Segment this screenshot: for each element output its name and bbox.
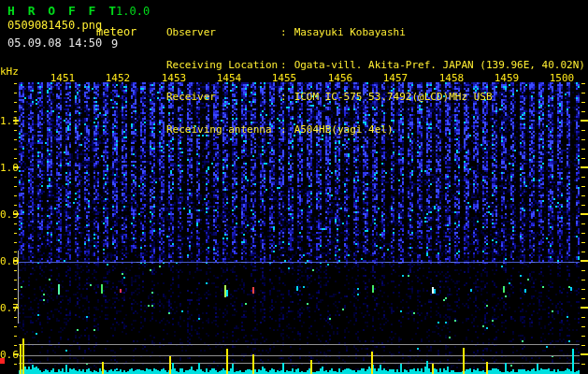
echo-count: 9	[111, 37, 118, 50]
station-row: Observer:Masayuki Kobayashi	[166, 27, 585, 38]
station-row: Receiving Location:Ogata-vill. Akita-Pre…	[166, 60, 585, 71]
x-tick-1451: 1451	[49, 72, 77, 84]
x-tick-1459: 1459	[493, 72, 521, 84]
y-tick-0.8: 0.8	[0, 255, 15, 267]
datetime-label: 05.09.08 14:50	[7, 36, 102, 50]
station-row: Receiver:ICOM IC-575 53.7492(@LCD)MHz US…	[166, 92, 585, 103]
station-row-value: ICOM IC-575 53.7492(@LCD)MHz USB	[294, 91, 493, 103]
x-tick-1458: 1458	[437, 72, 466, 84]
x-tick-1453: 1453	[160, 72, 188, 84]
station-row-value: A504HB(yagi 4el)	[294, 123, 394, 136]
station-row-label: Receiving antenna	[166, 124, 280, 136]
colon: :	[280, 123, 287, 136]
y-tick-0.7: 0.7	[0, 302, 15, 314]
station-row-value: Masayuki Kobayashi	[294, 26, 406, 38]
y-tick-1.0: 1.0	[0, 162, 15, 174]
station-row-value: Ogata-vill. Akita-Pref. JAPAN (139.96E, …	[294, 59, 585, 71]
x-tick-1455: 1455	[270, 72, 298, 84]
app-version: 1.0.0	[116, 5, 150, 18]
station-row: Receiving antenna:A504HB(yagi 4el)	[166, 124, 585, 136]
x-tick-1456: 1456	[326, 72, 354, 84]
station-row-label: Receiver	[166, 92, 280, 103]
y-tick-0.6: 0.6	[0, 349, 15, 361]
app-title: H R O F F T	[7, 4, 119, 18]
y-axis-unit: kHz	[0, 65, 19, 78]
hrofft-screen: H R O F F T 1.0.0 0509081450.png meteor …	[0, 0, 588, 374]
x-tick-1500: 1500	[548, 72, 576, 84]
x-tick-1452: 1452	[104, 72, 132, 84]
station-row-label: Observer	[166, 27, 280, 38]
mode-label: meteor	[96, 25, 136, 38]
output-filename: 0509081450.png	[7, 19, 102, 32]
colon: :	[280, 59, 287, 71]
y-tick-0.9: 0.9	[0, 209, 15, 221]
x-tick-1454: 1454	[215, 72, 243, 84]
colon: :	[280, 26, 287, 38]
x-tick-1457: 1457	[381, 72, 409, 84]
station-row-label: Receiving Location	[166, 60, 280, 71]
y-tick-1.1: 1.1	[0, 115, 15, 127]
colon: :	[280, 91, 287, 103]
